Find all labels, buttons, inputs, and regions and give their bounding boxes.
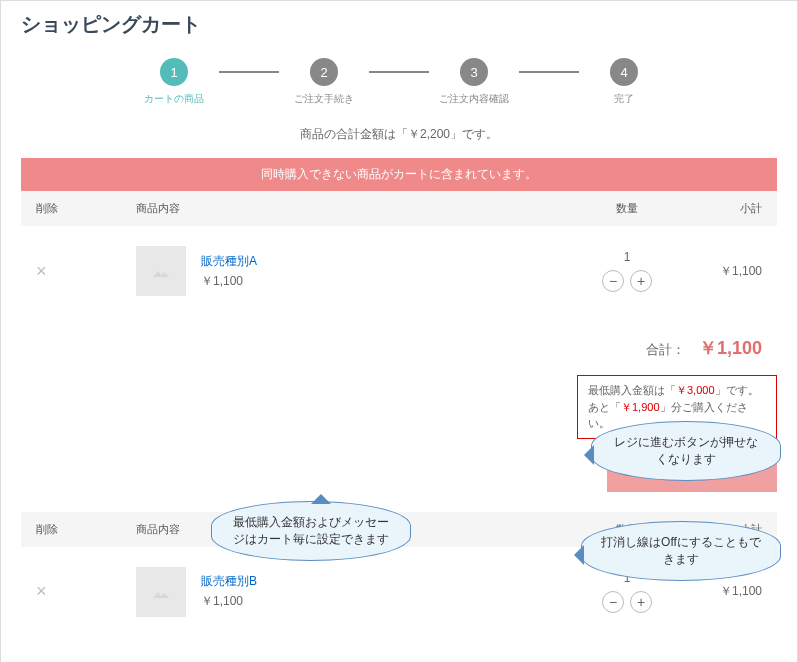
step-connector [369, 71, 429, 73]
qty-plus-button[interactable]: + [630, 591, 652, 613]
step-number: 3 [460, 58, 488, 86]
total-value: ￥1,100 [699, 659, 762, 663]
annotation-callout: 打消し線はOffにすることもできます [581, 521, 781, 581]
qty-minus-button[interactable]: − [602, 591, 624, 613]
cart-a-total: 合計： ￥1,100 [21, 326, 777, 375]
delete-item-button[interactable]: × [36, 261, 136, 282]
step-2: 2 ご注文手続き [279, 58, 369, 106]
col-quantity: 数量 [572, 201, 682, 216]
cart-header-row: 削除 商品内容 数量 小計 [21, 191, 777, 226]
col-delete: 削除 [36, 522, 136, 537]
progress-stepper: 1 カートの商品 2 ご注文手続き 3 ご注文内容確認 4 完了 [21, 58, 777, 106]
item-subtotal: ￥1,100 [682, 583, 762, 600]
step-label: ご注文手続き [294, 92, 354, 106]
delete-item-button[interactable]: × [36, 581, 136, 602]
quantity-value: 1 [572, 250, 682, 264]
image-placeholder-icon [149, 259, 173, 283]
annotation-callout: 最低購入金額およびメッセージはカート毎に設定できます [211, 501, 411, 561]
step-1: 1 カートの商品 [129, 58, 219, 106]
step-3: 3 ご注文内容確認 [429, 58, 519, 106]
product-link[interactable]: 販売種別A [201, 254, 257, 268]
qty-plus-button[interactable]: + [630, 270, 652, 292]
warning-banner: 同時購入できない商品がカートに含まれています。 [21, 158, 777, 191]
total-label: 合計： [646, 342, 685, 357]
cart-total-text: 商品の合計金額は「￥2,200」です。 [21, 126, 777, 143]
item-subtotal: ￥1,100 [682, 263, 762, 280]
cart-b-total: 合計： ￥1,100 [21, 647, 777, 663]
total-value: ￥1,100 [699, 338, 762, 358]
step-number: 4 [610, 58, 638, 86]
cart-item-row: × 販売種別A ￥1,100 1 − + ￥1,100 [21, 226, 777, 326]
col-subtotal: 小計 [682, 201, 762, 216]
product-thumbnail [136, 567, 186, 617]
step-number: 2 [310, 58, 338, 86]
step-4: 4 完了 [579, 58, 669, 106]
page-title: ショッピングカート [21, 11, 777, 38]
product-price: ￥1,100 [201, 273, 257, 290]
product-price: ￥1,100 [201, 593, 257, 610]
step-label: カートの商品 [144, 92, 204, 106]
step-connector [519, 71, 579, 73]
step-label: ご注文内容確認 [439, 92, 509, 106]
step-connector [219, 71, 279, 73]
qty-minus-button[interactable]: − [602, 270, 624, 292]
annotation-callout: レジに進むボタンが押せなくなります [591, 421, 781, 481]
col-delete: 削除 [36, 201, 136, 216]
step-label: 完了 [614, 92, 634, 106]
step-number: 1 [160, 58, 188, 86]
image-placeholder-icon [149, 580, 173, 604]
product-thumbnail [136, 246, 186, 296]
col-description: 商品内容 [136, 201, 572, 216]
product-link[interactable]: 販売種別B [201, 574, 257, 588]
